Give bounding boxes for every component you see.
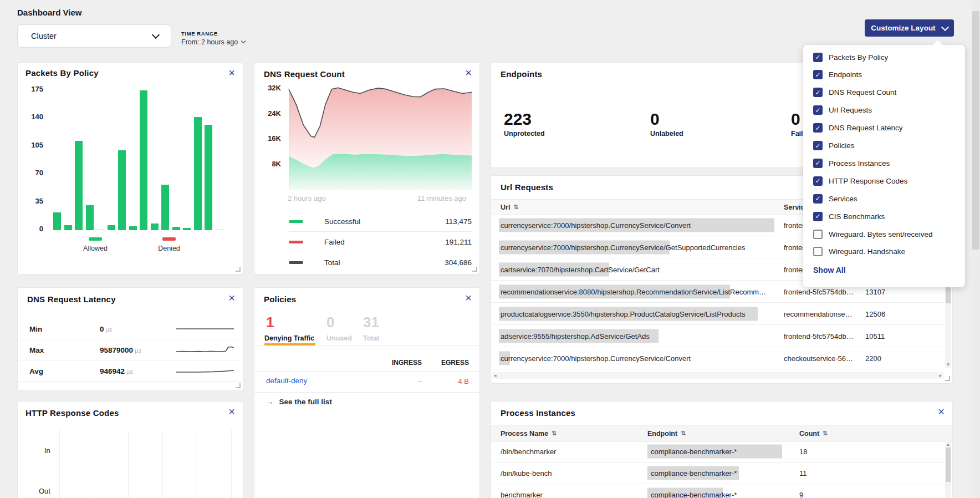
- checkbox-icon[interactable]: ✓: [813, 123, 823, 133]
- page-scrollbar-thumb[interactable]: [972, 11, 979, 250]
- y-axis-tick: 70: [24, 169, 43, 177]
- scroll-up-arrow[interactable]: ▴: [945, 441, 951, 447]
- menu-item-wireguard-bytes-sent-received[interactable]: Wireguard. Bytes sent/received: [813, 225, 933, 243]
- denying-label[interactable]: Denying Traffic: [264, 334, 314, 342]
- y-axis-tick: 8K: [262, 160, 281, 168]
- latency-value: 946942μs: [100, 367, 133, 375]
- scroll-right-arrow[interactable]: ▸: [939, 373, 942, 378]
- menu-item-dns-request-latency[interactable]: ✓DNS Request Latency: [813, 119, 903, 137]
- panel-title: Url Requests: [501, 182, 553, 192]
- table-row[interactable]: benchmarkercompliance-benchmarker-*9: [491, 484, 945, 498]
- bar-1: [64, 225, 72, 230]
- x-axis-end: 11 minutes ago: [417, 194, 466, 202]
- menu-item-label: Endpoints: [829, 70, 862, 79]
- table-row[interactable]: /bin/kube-benchcompliance-benchmarker-*1…: [491, 463, 945, 484]
- total-count: 31: [363, 314, 379, 330]
- menu-item-label: Wireguard. Handshake: [829, 247, 905, 256]
- column-header-endpoint[interactable]: Endpoint ⇅: [647, 430, 686, 438]
- scroll-left-arrow[interactable]: ◂: [494, 373, 497, 378]
- column-header-count[interactable]: Count ⇅: [799, 430, 828, 438]
- menu-item-endpoints[interactable]: ✓Endpoints: [813, 66, 862, 84]
- resize-handle[interactable]: [236, 383, 241, 388]
- denied-label: Denied: [158, 245, 180, 252]
- resize-handle[interactable]: [945, 376, 950, 381]
- dns-request-count-panel: DNS Request Count × 32K24K16K8K 2 hours …: [254, 62, 480, 275]
- menu-item-packets-by-policy[interactable]: ✓Packets By Policy: [813, 48, 888, 66]
- chevron-down-icon: [941, 23, 949, 31]
- grid-line: [162, 430, 163, 498]
- unused-label[interactable]: Unused: [326, 334, 352, 342]
- checkbox-icon[interactable]: ✓: [813, 70, 823, 79]
- close-icon[interactable]: ×: [228, 292, 235, 303]
- menu-item-dns-request-count[interactable]: ✓DNS Request Count: [813, 84, 896, 101]
- legend-label: Failed: [324, 238, 345, 246]
- checkbox-icon[interactable]: ✓: [813, 194, 823, 204]
- y-axis-tick: 140: [24, 113, 43, 121]
- checkbox-icon[interactable]: ✓: [813, 88, 823, 97]
- checkbox-icon[interactable]: ✓: [813, 105, 823, 115]
- menu-item-label: Url Requests: [829, 106, 872, 114]
- close-icon[interactable]: ×: [938, 406, 945, 417]
- checkbox-icon[interactable]: ✓: [813, 212, 823, 221]
- menu-item-http-response-codes[interactable]: ✓HTTP Response Codes: [813, 172, 907, 190]
- resize-handle[interactable]: [236, 267, 241, 272]
- dns-count-legend: Successful113,475Failed191,211Total304,6…: [289, 211, 472, 272]
- checkbox-icon[interactable]: ✓: [813, 159, 823, 168]
- total-label[interactable]: Total: [363, 334, 379, 342]
- checkbox-icon[interactable]: [813, 247, 823, 256]
- scrollbar-thumb[interactable]: [946, 448, 951, 482]
- service-cell: frontend-5fc5754db…: [784, 287, 854, 296]
- column-header-url[interactable]: Url ⇅: [501, 204, 519, 211]
- column-header-process-name[interactable]: Process Name ⇅: [501, 430, 557, 438]
- time-range-selector[interactable]: From: 2 hours ago: [181, 38, 245, 46]
- menu-item-policies[interactable]: ✓Policies: [813, 137, 855, 155]
- menu-item-wireguard-handshake[interactable]: Wireguard. Handshake: [813, 243, 905, 261]
- checkbox-icon[interactable]: [813, 230, 823, 239]
- checkbox-icon[interactable]: ✓: [813, 53, 823, 62]
- count-cell: 13107: [865, 287, 885, 296]
- sort-icon[interactable]: ⇅: [823, 430, 828, 437]
- menu-item-services[interactable]: ✓Services: [813, 190, 858, 207]
- resize-handle[interactable]: [472, 267, 477, 272]
- customize-layout-button[interactable]: Customize Layout: [865, 19, 954, 37]
- close-icon[interactable]: ×: [465, 292, 472, 303]
- latency-row-max: Max95879000μs: [18, 339, 243, 360]
- sort-icon[interactable]: ⇅: [513, 204, 518, 211]
- latency-unit: μs: [106, 326, 113, 332]
- menu-item-process-instances[interactable]: ✓Process Instances: [813, 154, 890, 172]
- scroll-down-arrow[interactable]: ▾: [945, 362, 951, 367]
- see-full-list-link[interactable]: → See the full list: [266, 398, 332, 406]
- bar-3: [86, 205, 94, 230]
- url-cell: adservice:9555/hipstershop.AdService/Get…: [501, 332, 772, 340]
- checkbox-icon[interactable]: ✓: [813, 141, 823, 150]
- grid-line: [128, 430, 129, 498]
- sort-icon[interactable]: ⇅: [681, 430, 686, 437]
- bar-15: [216, 229, 223, 231]
- menu-item-url-requests[interactable]: ✓Url Requests: [813, 101, 872, 119]
- packets-by-policy-panel: Packets By Policy × 17514010570350 Allow…: [17, 62, 243, 275]
- url-cell: productcatalogservice:3550/hipstershop.P…: [501, 309, 772, 318]
- table-row[interactable]: productcatalogservice:3550/hipstershop.P…: [491, 303, 945, 325]
- table-row[interactable]: /bin/benchmarkercompliance-benchmarker-*…: [491, 441, 945, 463]
- legend-value: 113,475: [445, 217, 472, 226]
- menu-item-cis-benchmarks[interactable]: ✓CIS Benchmarks: [813, 207, 885, 225]
- latency-sparkline: [176, 365, 234, 377]
- bar-5: [108, 225, 115, 230]
- horizontal-scrollbar[interactable]: ◂ ▸: [492, 372, 943, 379]
- table-row[interactable]: adservice:9555/hipstershop.AdService/Get…: [491, 325, 945, 347]
- checkbox-icon[interactable]: ✓: [813, 176, 823, 186]
- arrow-right-icon: →: [266, 398, 274, 406]
- latency-sparkline: [176, 344, 234, 355]
- x-axis-start: 2 hours ago: [288, 194, 326, 202]
- sort-icon[interactable]: ⇅: [552, 430, 557, 437]
- vertical-scrollbar[interactable]: ▴: [945, 441, 951, 498]
- show-all-link[interactable]: Show All: [813, 266, 846, 275]
- latency-value: 95879000μs: [100, 345, 141, 354]
- ingress-header: INGRESS: [382, 359, 422, 367]
- stat-label: Unprotected: [504, 130, 545, 138]
- view-selector[interactable]: Cluster: [17, 24, 171, 48]
- table-row[interactable]: currencyservice:7000/hipstershop.Currenc…: [491, 347, 945, 369]
- page-scrollbar[interactable]: [972, 0, 980, 498]
- policy-link-default-deny[interactable]: default-deny: [266, 377, 307, 385]
- divider: [254, 371, 479, 372]
